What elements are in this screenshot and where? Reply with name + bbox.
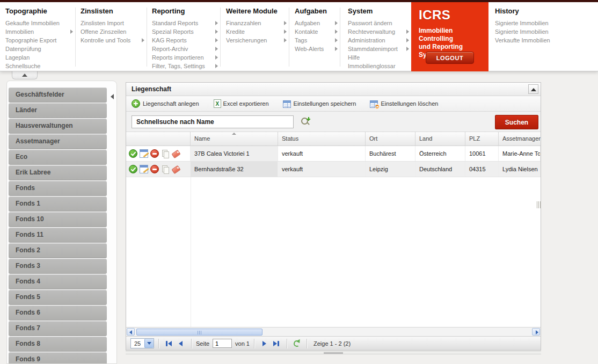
first-page-button[interactable] xyxy=(164,339,174,348)
menu-item[interactable]: Report-Archiv xyxy=(152,45,220,53)
menu-item[interactable]: Tags xyxy=(295,36,340,45)
menu-item[interactable]: Spezial Reports xyxy=(152,27,220,36)
menu-collapse-tab[interactable] xyxy=(12,71,38,79)
column-header-status[interactable]: Status xyxy=(278,132,366,145)
arrow-right-icon xyxy=(273,341,277,346)
sidebar-item-fonds[interactable]: Fonds xyxy=(9,181,107,196)
sidebar-collapse-arrow-icon[interactable] xyxy=(111,94,114,99)
menu-item[interactable]: Datenprüfung xyxy=(5,45,75,53)
column-header-name[interactable]: Name xyxy=(191,132,278,145)
excel-export-button[interactable]: Excel exportieren xyxy=(213,99,269,108)
sidebar-item-fonds-1[interactable]: Fonds 1 xyxy=(9,196,107,212)
menu-item[interactable]: Filter, Tags, Settings xyxy=(152,62,220,70)
menu-item[interactable]: Rechteverwaltung xyxy=(348,27,411,36)
column-header-assetmanager[interactable]: Assetmanager xyxy=(499,132,541,145)
menu-title: Aufgaben xyxy=(295,7,340,15)
scrollbar-thumb[interactable] xyxy=(136,329,262,336)
scroll-right-button[interactable] xyxy=(532,328,540,336)
last-page-button[interactable] xyxy=(272,339,281,348)
menu-item[interactable]: Web-Alerts xyxy=(295,45,340,53)
sidebar-item-fonds-3[interactable]: Fonds 3 xyxy=(9,259,107,274)
menu-item[interactable]: Immobilienglossar xyxy=(348,62,411,70)
menu-item[interactable]: Gekaufte Immobilien xyxy=(5,19,75,27)
menu-item[interactable]: Signierte Immobilien xyxy=(495,27,593,36)
cell-plz: 04315 xyxy=(465,162,499,177)
vertical-splitter-grip[interactable] xyxy=(537,201,541,208)
scroll-left-button[interactable] xyxy=(127,328,135,336)
tag-icon[interactable] xyxy=(172,165,180,173)
page-number-input[interactable] xyxy=(213,339,232,348)
sidebar-item-fonds-7[interactable]: Fonds 7 xyxy=(9,321,107,336)
sidebar-item-fonds-10[interactable]: Fonds 10 xyxy=(9,212,107,227)
sidebar-item-fonds-5[interactable]: Fonds 5 xyxy=(9,290,107,305)
delete-settings-button[interactable]: Einstellungen löschen xyxy=(370,100,438,107)
menu-item[interactable]: Finanzzahlen xyxy=(226,19,289,27)
menu-item[interactable]: Hilfe xyxy=(348,53,411,62)
sidebar-item-geschaeftsfelder[interactable]: Geschäftsfelder xyxy=(9,88,107,103)
approve-icon[interactable] xyxy=(129,149,137,158)
panel-title-bar: Liegenschaft xyxy=(126,83,541,96)
page-size-value: 25 xyxy=(134,340,141,347)
settings-save-icon xyxy=(283,100,291,108)
next-page-button[interactable] xyxy=(260,339,269,348)
menu-item[interactable]: Administration xyxy=(348,36,411,45)
column-header-plz[interactable]: PLZ xyxy=(465,132,499,145)
sidebar-item-fonds-6[interactable]: Fonds 6 xyxy=(9,305,107,321)
menu-item[interactable]: Lageplan xyxy=(5,53,75,62)
menu-item[interactable]: Stammdatenimport xyxy=(348,45,411,53)
menu-item[interactable]: Aufgaben xyxy=(295,19,340,27)
remove-icon[interactable] xyxy=(150,165,159,173)
menu-item[interactable]: Kredite xyxy=(226,27,289,36)
menu-item[interactable]: Passwort ändern xyxy=(348,19,411,27)
search-input[interactable] xyxy=(132,115,294,128)
menu-item[interactable]: Kontakte xyxy=(295,27,340,36)
sidebar-item-fonds-8[interactable]: Fonds 8 xyxy=(9,337,107,352)
menu-item[interactable]: Offene Zinszeilen xyxy=(81,27,147,36)
search-button[interactable]: Suchen xyxy=(495,115,538,129)
menu-item[interactable]: Versicherungen xyxy=(226,36,289,45)
sidebar-item-eco[interactable]: Eco xyxy=(9,150,107,165)
bottom-splitter[interactable] xyxy=(126,351,541,354)
menu-item[interactable]: Immobilien xyxy=(5,27,75,36)
logout-button[interactable]: LOGOUT xyxy=(426,52,474,64)
sidebar-item-fonds-11[interactable]: Fonds 11 xyxy=(9,228,107,243)
panel-collapse-button[interactable] xyxy=(528,84,538,94)
column-header-ort[interactable]: Ort xyxy=(366,132,415,145)
prev-page-button[interactable] xyxy=(176,339,186,348)
page-size-select[interactable]: 25 xyxy=(130,338,154,348)
table-header-row: Name Status Ort Land PLZ Assetmanager xyxy=(126,132,541,146)
menu-item[interactable]: Kontrolle und Tools xyxy=(81,36,147,45)
refresh-icon[interactable] xyxy=(293,339,301,347)
menu-item[interactable]: KAG Reports xyxy=(152,36,220,45)
copy-icon[interactable] xyxy=(161,165,170,173)
sidebar-item-fonds-2[interactable]: Fonds 2 xyxy=(9,243,107,258)
create-liegenschaft-button[interactable]: Liegenschaft anlegen xyxy=(132,99,199,108)
approve-icon[interactable] xyxy=(129,165,137,173)
menu-item[interactable]: Signierte Immobilien xyxy=(495,19,593,27)
sidebar-item-hausverwaltungen[interactable]: Hausverwaltungen xyxy=(9,119,107,134)
menu-item[interactable]: Standard Reports xyxy=(152,19,220,27)
table-row[interactable]: 37B Calea Victoriei 1 verkauft Buchärest… xyxy=(126,146,541,162)
edit-icon[interactable] xyxy=(140,165,148,173)
menu-item[interactable]: Zinslisten Import xyxy=(81,19,147,27)
menu-item[interactable]: Reports importieren xyxy=(152,53,220,62)
table-row[interactable]: Bernhardstraße 32 verkauft Leipzig Deuts… xyxy=(126,162,541,177)
sidebar-item-fonds-9[interactable]: Fonds 9 xyxy=(9,352,107,364)
sidebar-item-assetmanager[interactable]: Assetmanager xyxy=(9,134,107,149)
sidebar-item-erik-labree[interactable]: Erik Labree xyxy=(9,165,107,180)
column-header-label: Status xyxy=(282,135,298,142)
save-settings-button[interactable]: Einstellungen speichern xyxy=(283,100,356,107)
sidebar-item-fonds-4[interactable]: Fonds 4 xyxy=(9,274,107,289)
search-plus-icon[interactable] xyxy=(301,117,310,127)
menu-item[interactable]: Topographie Export xyxy=(5,36,75,45)
remove-icon[interactable] xyxy=(150,149,159,158)
column-header-land[interactable]: Land xyxy=(415,132,465,145)
edit-icon[interactable] xyxy=(140,149,148,158)
horizontal-scrollbar[interactable] xyxy=(126,327,541,336)
copy-icon[interactable] xyxy=(161,149,170,158)
main-menu-bar: Topographie Gekaufte Immobilien Immobili… xyxy=(0,2,598,71)
menu-item[interactable]: Verkaufte Immobilien xyxy=(495,36,593,45)
menu-item[interactable]: Schnellsuche xyxy=(5,62,75,70)
tag-icon[interactable] xyxy=(172,149,180,158)
sidebar-item-laender[interactable]: Länder xyxy=(9,103,107,118)
